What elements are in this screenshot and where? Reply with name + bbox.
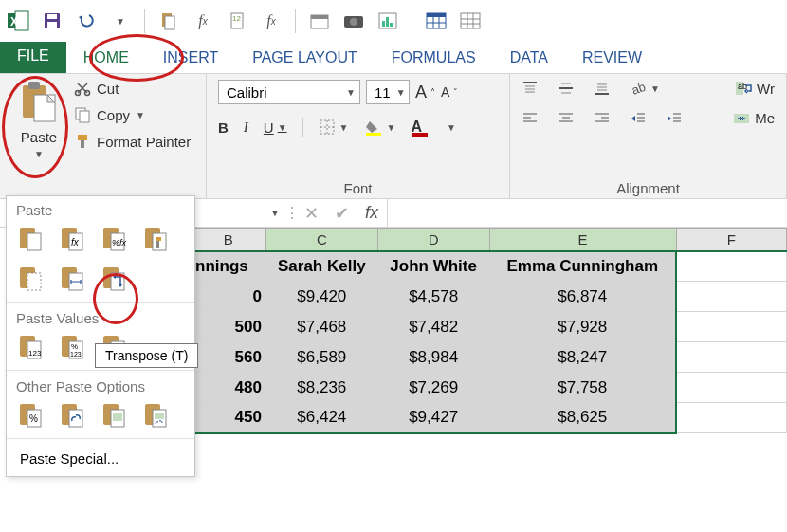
col-header[interactable]: C (265, 229, 377, 251)
shrink-font-button[interactable]: A˅ (441, 84, 458, 100)
paste-option-values[interactable]: 123 (16, 332, 45, 360)
qat-extra-3[interactable]: 12 (225, 9, 249, 33)
fx-button[interactable]: fx (357, 203, 387, 223)
underline-button[interactable]: U▼ (264, 119, 287, 136)
paste-option-paste[interactable] (16, 224, 45, 252)
wrap-text-button[interactable]: abWr (734, 80, 775, 97)
undo-icon[interactable] (74, 9, 99, 33)
cell[interactable]: $8,625 (489, 403, 676, 433)
decrease-indent-button[interactable] (630, 112, 647, 125)
tab-page-layout[interactable]: PAGE LAYOUT (235, 42, 375, 73)
cell[interactable]: $4,578 (377, 282, 489, 312)
tab-formulas[interactable]: FORMULAS (375, 42, 493, 73)
cell[interactable]: John White (377, 251, 489, 282)
tab-data[interactable]: DATA (493, 42, 565, 73)
cell[interactable]: $8,236 (265, 373, 377, 403)
paste-option-link[interactable] (58, 400, 86, 429)
cell[interactable] (676, 342, 787, 373)
name-box[interactable]: ▼ (190, 201, 284, 226)
paste-option-picture[interactable] (100, 400, 128, 429)
fx-cancel-button[interactable]: ✕ (296, 203, 326, 224)
cell[interactable]: $7,482 (377, 312, 489, 342)
tab-insert[interactable]: INSERT (146, 42, 235, 73)
font-color-button[interactable]: A▼ (411, 118, 455, 137)
cell[interactable]: $7,758 (489, 373, 676, 403)
qat-customize-icon[interactable]: ▼ (108, 9, 133, 33)
align-top-button[interactable] (522, 81, 539, 96)
cell[interactable]: $8,984 (377, 342, 489, 373)
cell[interactable]: 450 (191, 403, 265, 433)
qat-chart-icon[interactable] (375, 9, 400, 33)
paste-option-formulas-number[interactable]: %fx (100, 224, 128, 252)
align-bottom-button[interactable] (594, 81, 611, 96)
col-header[interactable]: B (191, 229, 265, 251)
cell[interactable]: $8,247 (489, 342, 676, 373)
qat-extra-4[interactable]: fx (259, 9, 284, 33)
qat-calendar-icon[interactable] (307, 9, 332, 33)
col-header[interactable]: F (676, 229, 787, 251)
cell[interactable] (676, 403, 787, 433)
tab-home[interactable]: HOME (66, 42, 146, 73)
cell[interactable]: $7,468 (265, 312, 377, 342)
cell[interactable]: 0 (191, 282, 265, 312)
save-icon[interactable] (40, 9, 64, 33)
cell[interactable]: $9,427 (377, 403, 489, 433)
paste-option-source-formatting[interactable] (141, 224, 170, 252)
increase-indent-button[interactable] (666, 112, 683, 125)
paste-option-linked-picture[interactable] (141, 400, 170, 429)
grow-font-button[interactable]: A˄ (415, 83, 435, 102)
cell[interactable]: $7,928 (489, 312, 676, 342)
qat-table-icon[interactable] (424, 9, 448, 33)
format-painter-button[interactable]: Format Painter (74, 133, 191, 150)
qat-camera-icon[interactable] (341, 9, 366, 33)
font-name-select[interactable]: Calibri▼ (218, 80, 360, 104)
qat-extra-2[interactable]: fx (191, 9, 215, 33)
cell[interactable] (676, 312, 787, 342)
borders-button[interactable]: ▼ (319, 119, 349, 136)
italic-button[interactable]: I (244, 119, 248, 136)
paste-option-no-borders[interactable] (16, 264, 45, 292)
copy-button[interactable]: Copy ▼ (74, 106, 191, 123)
align-left-button[interactable] (522, 112, 539, 125)
tab-file[interactable]: FILE (0, 42, 66, 73)
tab-review[interactable]: REVIEW (565, 42, 659, 73)
font-size-select[interactable]: 11▼ (366, 80, 410, 104)
align-right-button[interactable] (594, 112, 611, 125)
paste-button[interactable]: Paste ▼ (11, 80, 66, 196)
fill-color-button[interactable]: ▼ (364, 118, 396, 137)
bold-button[interactable]: B (218, 119, 229, 136)
qat-table2-icon[interactable] (458, 9, 483, 33)
align-center-button[interactable] (558, 112, 575, 125)
cut-button[interactable]: Cut (74, 80, 191, 97)
cell[interactable] (676, 282, 787, 312)
qat-extra-1[interactable] (156, 9, 181, 33)
spreadsheet-grid[interactable]: B C D E F nnings Sarah Kelly John White … (190, 228, 787, 434)
merge-center-button[interactable]: Me (732, 110, 775, 126)
cell[interactable]: 480 (191, 373, 265, 403)
cell[interactable]: $7,269 (377, 373, 489, 403)
paste-option-formulas[interactable]: fx (58, 224, 86, 252)
cell[interactable]: $6,874 (489, 282, 676, 312)
paste-option-column-widths[interactable] (58, 264, 86, 292)
cell[interactable]: $6,589 (265, 342, 377, 373)
formula-input[interactable] (387, 199, 787, 227)
paste-option-transpose[interactable] (100, 264, 128, 292)
paste-special-button[interactable]: Paste Special... (7, 441, 194, 476)
col-header[interactable]: D (377, 229, 489, 251)
svg-text:%fx: %fx (112, 238, 127, 248)
cell[interactable]: 500 (191, 312, 265, 342)
cell[interactable]: $6,424 (265, 403, 377, 433)
orientation-button[interactable]: ab▼ (630, 80, 660, 97)
cell[interactable]: Emma Cunningham (489, 251, 676, 282)
paste-option-formatting[interactable]: % (16, 400, 45, 429)
col-header[interactable]: E (489, 229, 676, 251)
align-middle-button[interactable] (558, 81, 575, 96)
cell[interactable] (676, 251, 787, 282)
cell[interactable]: Sarah Kelly (265, 251, 377, 282)
cell[interactable]: 560 (191, 342, 265, 373)
fx-enter-button[interactable]: ✔ (326, 203, 357, 224)
cell[interactable]: nnings (191, 251, 265, 282)
cell[interactable]: $9,420 (265, 282, 377, 312)
cell[interactable] (676, 373, 787, 403)
paste-option-values-number[interactable]: %123 (58, 332, 86, 360)
